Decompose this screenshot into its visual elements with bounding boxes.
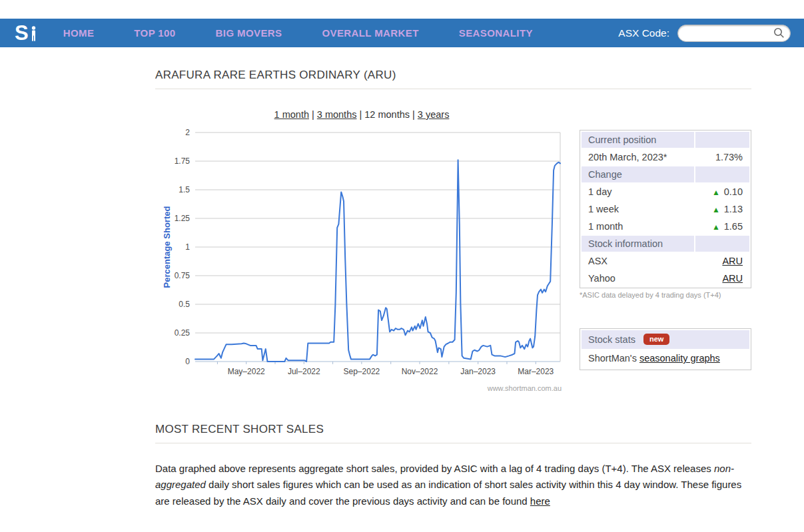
yahoo-link[interactable]: ARU	[722, 273, 743, 284]
range-separator: |	[356, 109, 364, 120]
up-triangle-icon: ▲	[712, 205, 720, 214]
svg-text:0: 0	[185, 357, 190, 366]
stats-section-header-current-position: Current position	[582, 132, 694, 148]
stock-stats-title: Stock stats	[588, 334, 635, 345]
svg-text:1: 1	[185, 242, 190, 252]
stats-row-value-cell: ▲1.65	[695, 218, 749, 234]
short-sales-paragraph: Data graphed above represents aggregate …	[155, 461, 751, 509]
stock-stats-header: Stock stats new	[582, 330, 749, 349]
range-current-12-months: 12 months	[364, 109, 410, 120]
stats-row-value-cell: ▲0.10	[695, 184, 749, 200]
up-triangle-icon: ▲	[712, 188, 720, 197]
svg-text:Jul–2022: Jul–2022	[288, 367, 320, 376]
search-icon[interactable]	[773, 27, 785, 39]
stock-stats-body: ShortMan's seasonality graphs	[582, 349, 749, 368]
svg-text:0.5: 0.5	[179, 300, 190, 309]
stats-row-value: 0.10	[724, 186, 743, 197]
svg-text:May–2022: May–2022	[228, 367, 265, 376]
main-content: ARAFURA RARE EARTHS ORDINARY (ARU) 1 mon…	[155, 69, 751, 509]
nav-item-seasonality[interactable]: SEASONALITY	[459, 27, 533, 39]
nav-links: HOMETOP 100BIG MOVERSOVERALL MARKETSEASO…	[63, 27, 573, 39]
para-text-1: Data graphed above represents aggregate …	[155, 463, 714, 474]
up-triangle-icon: ▲	[712, 222, 720, 232]
svg-text:0.25: 0.25	[175, 328, 191, 338]
stats-row-value: 1.73%	[715, 152, 743, 162]
asx-code-search-box[interactable]	[677, 25, 791, 42]
chart-row: 1 month | 3 months | 12 months | 3 years…	[155, 109, 751, 392]
brand-s-letter: S	[15, 23, 28, 43]
stats-row-value-cell: ▲1.13	[695, 201, 749, 217]
navbar: S HOMETOP 100BIG MOVERSOVERALL MARKETSEA…	[0, 19, 804, 47]
asx-code-label: ASX Code:	[618, 27, 669, 39]
range-link-3-years[interactable]: 3 years	[418, 109, 450, 120]
seasonality-graphs-link[interactable]: seasonality graphs	[639, 353, 720, 364]
range-separator: |	[410, 109, 418, 120]
svg-text:2: 2	[185, 128, 190, 137]
stats-column: Current position20th March, 2023*1.73%Ch…	[580, 130, 751, 392]
range-link-3-months[interactable]: 3 months	[317, 109, 357, 120]
asx-link[interactable]: ARU	[722, 256, 743, 266]
stock-stats-box: Stock stats new ShortMan's seasonality g…	[580, 328, 751, 370]
chart-column: 1 month | 3 months | 12 months | 3 years…	[161, 109, 563, 392]
range-link-1-month[interactable]: 1 month	[274, 109, 309, 120]
stats-row-label: 1 day	[582, 184, 694, 200]
nav-item-home[interactable]: HOME	[63, 27, 95, 39]
svg-text:Sep–2022: Sep–2022	[344, 367, 380, 376]
range-links: 1 month | 3 months | 12 months | 3 years	[161, 109, 563, 120]
stats-row-label: Yahoo	[582, 270, 694, 286]
svg-text:Mar–2023: Mar–2023	[518, 367, 554, 376]
page-title: ARAFURA RARE EARTHS ORDINARY (ARU)	[155, 69, 751, 89]
stats-section-header-spacer	[695, 132, 749, 148]
person-icon	[29, 26, 38, 42]
stats-row-value-cell: ARU	[695, 270, 749, 286]
svg-text:1.25: 1.25	[175, 214, 191, 223]
stats-row-value: 1.65	[724, 221, 743, 232]
short-sales-title: MOST RECENT SHORT SALES	[155, 423, 751, 443]
range-separator: |	[309, 109, 317, 120]
para-text-2: daily short sales figures which can be u…	[155, 479, 741, 506]
svg-text:1.5: 1.5	[179, 185, 190, 194]
nav-item-top-100[interactable]: TOP 100	[134, 27, 175, 39]
asic-delay-footnote: *ASIC data delayed by 4 trading days (T+…	[580, 291, 751, 299]
stats-section-header-change: Change	[582, 166, 694, 182]
stats-section-header-spacer	[695, 236, 749, 252]
asx-code-input[interactable]	[685, 27, 773, 39]
svg-text:0.75: 0.75	[175, 271, 191, 280]
search-area: ASX Code:	[618, 25, 791, 42]
stats-section-header-stock-information: Stock information	[582, 236, 694, 252]
stats-section-header-spacer	[695, 166, 749, 182]
new-badge: new	[643, 334, 669, 345]
svg-text:Percentage Shorted: Percentage Shorted	[162, 206, 172, 288]
stats-row-value-cell: 1.73%	[695, 149, 749, 165]
stats-row-label: 1 week	[582, 201, 694, 217]
percentage-shorted-chart: 00.250.50.7511.251.51.752May–2022Jul–202…	[161, 122, 563, 387]
svg-text:1.75: 1.75	[175, 156, 191, 166]
nav-item-overall-market[interactable]: OVERALL MARKET	[322, 27, 418, 39]
stats-row-value: 1.13	[724, 204, 743, 214]
stats-table: Current position20th March, 2023*1.73%Ch…	[580, 130, 751, 288]
seasonality-prefix: ShortMan's	[588, 353, 639, 364]
svg-text:Jan–2023: Jan–2023	[460, 367, 496, 376]
stats-row-value-cell: ARU	[695, 253, 749, 269]
stats-row-label: 20th March, 2023*	[582, 149, 694, 165]
stats-row-label: 1 month	[582, 218, 694, 234]
svg-text:Nov–2022: Nov–2022	[402, 367, 438, 376]
here-link[interactable]: here	[530, 495, 550, 507]
stats-row-label: ASX	[582, 253, 694, 269]
brand-logo[interactable]: S	[15, 23, 38, 43]
nav-item-big-movers[interactable]: BIG MOVERS	[216, 27, 282, 39]
